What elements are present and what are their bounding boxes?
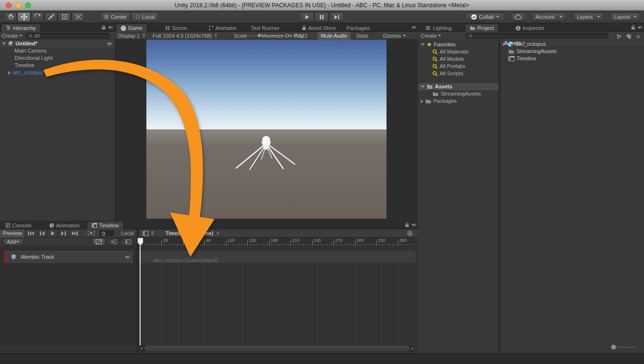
ruler-tick (200, 244, 201, 246)
scroll-left-icon[interactable] (140, 347, 143, 350)
ruler-tick (301, 244, 302, 246)
panel-menu-icon[interactable]: ▾≡ (638, 25, 642, 30)
folder-icon (470, 26, 475, 30)
favorite-all-materials[interactable]: All Materials (418, 48, 499, 56)
pivot-local-button[interactable]: Local (131, 12, 159, 22)
tab-test-runner[interactable]: Test Runner (246, 24, 284, 32)
project-create-button[interactable]: Create (421, 33, 441, 39)
folder-open-icon (427, 84, 433, 89)
alembic-track-lane[interactable]: abc_octopus (GameObject) (139, 250, 415, 264)
hand-tool-icon[interactable] (4, 12, 17, 22)
lock-icon[interactable] (405, 222, 409, 227)
tab-hierarchy[interactable]: Hierarchy (1, 24, 41, 32)
ripple-mode-icon[interactable] (106, 238, 120, 246)
asset-abc-octopus[interactable]: abc_octopus (500, 41, 644, 48)
layout-dropdown[interactable]: Layout (610, 13, 640, 21)
play-button[interactable] (300, 12, 314, 22)
mix-mode-icon[interactable] (92, 238, 105, 246)
select-caret-icon[interactable]: ⇕ (150, 230, 155, 237)
favorite-all-models[interactable]: All Models (418, 56, 499, 63)
asset-streamingassets[interactable]: StreamingAssets (500, 48, 644, 55)
gear-icon[interactable] (407, 230, 413, 237)
stats-button[interactable]: Stats (353, 32, 372, 40)
scene-header-row[interactable]: Untitled* ▾≡ (0, 40, 114, 47)
timeline-ruler[interactable]: 306090120150180210240270300330360 (139, 238, 415, 246)
favorite-all-prefabs[interactable]: All Prefabs (418, 63, 499, 70)
goto-start-button[interactable] (25, 229, 37, 238)
display-dropdown[interactable]: Display 1⇕ (114, 32, 149, 40)
game-panel-menu-icon[interactable]: ▾≡ (412, 25, 416, 30)
replace-mode-icon[interactable] (121, 238, 134, 246)
panel-menu-icon[interactable]: ▾≡ (108, 25, 113, 30)
hierarchy-search-input[interactable]: All (25, 33, 110, 39)
tab-animation[interactable]: Animation (44, 221, 85, 229)
folder-assets-row[interactable]: Assets (418, 83, 499, 90)
rotate-tool-icon[interactable] (31, 12, 44, 22)
maximize-on-play-button[interactable]: Maximize On Play (258, 32, 308, 40)
pivot-center-button[interactable]: Center (100, 12, 130, 22)
tab-timeline[interactable]: Timeline (87, 221, 124, 229)
move-tool-icon[interactable] (17, 12, 30, 22)
folder-streamingassets-row[interactable]: StreamingAssets (418, 90, 499, 98)
hierarchy-item-abc-octopus[interactable]: abc_octopus (0, 69, 114, 76)
frame-number-field[interactable]: 0 (100, 230, 114, 236)
scale-tool-icon[interactable] (44, 12, 57, 22)
timeline-hscrollbar[interactable] (139, 345, 415, 351)
gizmos-dropdown[interactable]: Gizmos (380, 32, 409, 40)
lock-icon[interactable] (631, 25, 635, 30)
mute-audio-button[interactable]: Mute Audio (317, 32, 351, 40)
pause-button[interactable] (315, 12, 329, 22)
step-button[interactable] (329, 12, 344, 22)
aspect-dropdown[interactable]: Full 1024 4:3 (1024x768)⇕ (149, 32, 230, 40)
tab-project[interactable]: Project (465, 24, 499, 32)
add-track-button[interactable]: Add (3, 238, 23, 245)
project-create-label: Create (421, 33, 437, 39)
timeline-track-toolbar: Add (0, 238, 137, 246)
lock-icon[interactable] (101, 25, 106, 30)
timeline-splitter[interactable] (137, 229, 139, 353)
folder-packages-row[interactable]: Packages (418, 98, 499, 105)
hierarchy-item-directional-light[interactable]: Directional Light (0, 55, 114, 62)
collab-button[interactable]: Collab (465, 13, 505, 21)
asset-timeline[interactable]: Timeline (500, 55, 644, 62)
scene-foldout-icon[interactable] (2, 42, 6, 45)
rect-tool-icon[interactable] (58, 12, 71, 22)
cloud-button[interactable] (510, 13, 527, 21)
next-frame-button[interactable] (58, 229, 69, 238)
scrollbar-thumb[interactable] (144, 346, 410, 351)
hierarchy-item-timeline[interactable]: Timeline (0, 62, 114, 69)
tab-lighting[interactable]: Lighting (421, 24, 457, 32)
search-by-type-icon[interactable] (616, 34, 622, 39)
favorites-row[interactable]: ★ Favorites (418, 41, 499, 48)
local-global-toggle[interactable]: Local (118, 229, 137, 238)
tab-console[interactable]: Console (1, 221, 36, 229)
project-search-input[interactable] (465, 33, 609, 39)
tab-game[interactable]: Game (116, 24, 147, 32)
preview-button[interactable]: Preview (0, 229, 25, 238)
search-by-label-icon[interactable] (626, 34, 631, 39)
play-range-button[interactable] (85, 229, 98, 238)
tab-scene[interactable]: Scene (160, 24, 192, 32)
track-menu-icon[interactable]: ▾≡ (125, 254, 129, 260)
expand-icon[interactable] (8, 71, 11, 75)
asset-zoom-slider[interactable] (611, 347, 635, 348)
tab-animator[interactable]: Animator (204, 24, 242, 32)
timeline-select-icon[interactable] (143, 231, 148, 236)
hierarchy-item-main-camera[interactable]: Main Camera (0, 47, 114, 55)
tab-asset-store[interactable]: Asset Store (297, 24, 341, 32)
transform-tool-icon[interactable] (72, 12, 85, 22)
timeline-track-area[interactable]: abc_octopus (GameObject) (139, 246, 415, 345)
hierarchy-create-button[interactable]: Create (2, 33, 22, 39)
scroll-right-icon[interactable] (412, 347, 414, 350)
goto-end-button[interactable] (69, 229, 81, 238)
timeline-play-button[interactable] (48, 229, 58, 238)
tab-inspector[interactable]: Inspector (511, 24, 549, 32)
account-dropdown[interactable]: Account (531, 13, 566, 21)
alembic-track-row[interactable]: Alembic Track ▾≡ (4, 250, 134, 264)
favorite-all-scripts[interactable]: All Scripts (418, 70, 499, 77)
scene-menu-icon[interactable]: ▾≡ (107, 41, 112, 46)
layers-dropdown[interactable]: Layers (573, 13, 604, 21)
prev-frame-button[interactable] (37, 229, 48, 238)
panel-menu-icon[interactable]: ▾≡ (412, 222, 416, 227)
tab-packages[interactable]: Packages (342, 24, 374, 32)
